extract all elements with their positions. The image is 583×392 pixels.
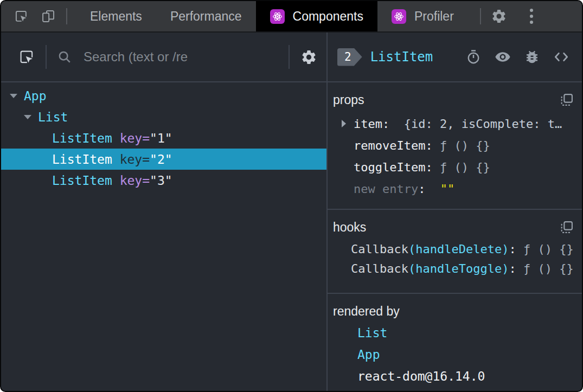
prop-name: toggleItem [354,160,425,174]
element-actions [465,48,570,66]
colon: : [382,117,404,131]
component-name: List [38,110,68,124]
kebab-menu-icon[interactable] [523,9,540,24]
hooks-section: hooks Callback(handleDelete): ƒ () {} Ca… [328,210,582,294]
new-entry-placeholder[interactable]: new entry [354,182,418,196]
divider [289,45,290,69]
owner-link-app[interactable]: App [357,348,380,362]
copy-icon[interactable] [559,92,574,107]
key-attribute: key= [120,173,150,188]
tab-performance[interactable]: Performance [156,1,256,31]
expander-icon[interactable] [342,120,354,127]
prop-row-item: item: {id: 2, isComplete: t… [333,113,578,134]
component-name: ListItem [52,131,112,145]
components-panel: App List ListItem key="1" ListItem key="… [1,33,582,392]
search-input[interactable] [82,49,279,65]
react-dom-version: react-dom@16.14.0 [357,369,485,383]
tab-label: Components [293,9,363,24]
props-header: props [333,90,578,110]
rendered-by-row: react-dom@16.14.0 [333,365,578,387]
prop-row-new-entry[interactable]: new entry: "" [333,178,578,200]
divider [46,45,47,69]
colon: : [509,262,523,275]
tree-row-listitem-1[interactable]: ListItem key="1" [1,127,326,149]
hook-name: (handleToggle) [408,262,509,275]
prop-row-toggleitem: toggleItem: ƒ () {} [333,156,578,178]
tree-row-listitem-3[interactable]: ListItem key="3" [1,170,326,191]
hook-row-handletoggle: Callback(handleToggle): ƒ () {} [333,259,578,278]
prop-name: item [354,117,382,131]
prop-value: {id: 2, isComplete: t… [404,117,562,131]
props-section: props item: {id: 2, isComplete: t… remov… [328,82,582,210]
component-name: ListItem [52,173,112,188]
hook-value: ƒ () {} [523,262,574,275]
colon: : [418,182,433,196]
hook-value: ƒ () {} [523,242,574,256]
hooks-header: hooks [333,217,578,237]
search-icon [56,49,73,65]
component-name: ListItem [52,152,112,166]
rendered-by-header: rendered by [333,301,578,321]
key-attribute: key= [120,131,150,145]
react-logo-icon [270,9,285,24]
hook-type: Callback [351,242,408,256]
inspected-element-header: 2 ListItem [328,33,582,82]
tab-label: Profiler [414,9,454,24]
prop-row-removeitem: removeItem: ƒ () {} [333,134,578,156]
component-tree-pane: App List ListItem key="1" ListItem key="… [1,33,328,392]
bug-icon[interactable] [523,49,541,65]
owner-link-list[interactable]: List [357,326,387,340]
colon: : [509,242,523,256]
prop-value: ƒ () {} [440,139,490,152]
component-tree: App List ListItem key="1" ListItem key="… [1,82,326,191]
colon: : [425,160,440,174]
inspect-cursor-icon[interactable] [17,48,36,66]
stopwatch-icon[interactable] [465,49,482,65]
tab-profiler[interactable]: Profiler [377,1,468,31]
devtools-tab-bar: Elements Performance Components [1,1,582,33]
device-toolbar-icon[interactable] [39,1,57,31]
tab-components[interactable]: Components [256,1,377,31]
colon: : [425,139,440,152]
hook-type: Callback [351,262,408,275]
search-field [56,49,279,65]
section-title: props [333,93,364,107]
tab-label: Performance [170,9,242,24]
rendered-by-section: rendered by List App react-dom@16.14.0 [328,294,582,392]
tree-row-app[interactable]: App [1,85,326,106]
rendered-by-row: App [333,344,578,365]
component-name: App [24,89,47,103]
divider [480,8,481,24]
inspected-element-pane: 2 ListItem [328,33,582,392]
expander-icon[interactable] [10,94,24,98]
inspected-component-title: ListItem [370,49,433,65]
hook-name: (handleDelete) [408,242,509,256]
prop-name: removeItem [354,139,425,152]
copy-icon[interactable] [559,220,574,235]
code-brackets-icon[interactable] [553,48,570,66]
element-badge: 2 [337,48,362,66]
gear-icon[interactable] [490,8,508,24]
key-value: "2" [150,152,172,166]
devtools-window: Elements Performance Components [0,0,583,392]
rendered-by-row: List [333,322,578,344]
tab-label: Elements [90,9,142,24]
gear-icon[interactable] [299,49,318,66]
toolbar-right-controls [471,1,552,31]
prop-value: ƒ () {} [440,160,490,174]
eye-icon[interactable] [494,48,511,66]
tree-toolbar [1,33,326,82]
divider [66,8,67,24]
expander-icon[interactable] [24,115,38,119]
tree-row-listitem-2-selected[interactable]: ListItem key="2" [1,149,326,170]
tree-row-list[interactable]: List [1,106,326,127]
key-value: "3" [150,173,172,188]
key-attribute: key= [120,152,150,166]
new-entry-value[interactable]: "" [440,182,455,196]
section-title: hooks [333,220,366,235]
tab-elements[interactable]: Elements [76,1,156,31]
key-value: "1" [150,131,172,145]
inspect-cursor-icon[interactable] [12,1,30,31]
section-title: rendered by [333,304,400,319]
react-logo-icon [392,9,406,24]
